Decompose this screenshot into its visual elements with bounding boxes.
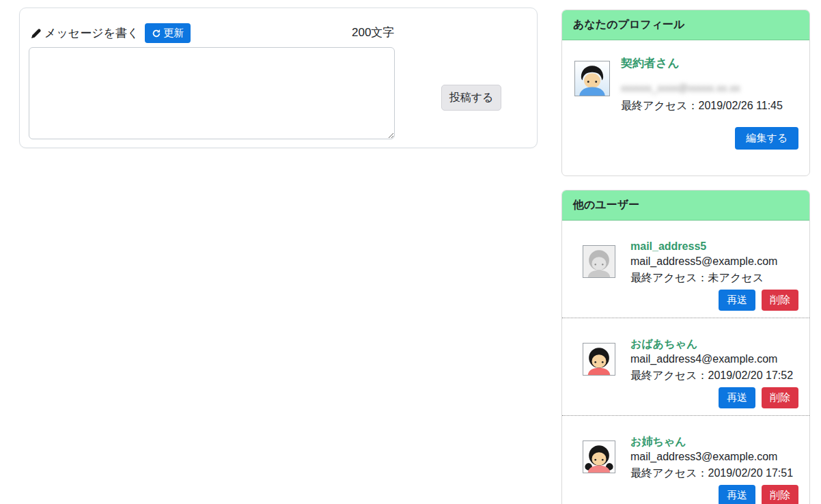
other-users-panel-header: 他のユーザー [562,191,809,221]
avatar-boy-icon [574,61,610,96]
user-row: お姉ちゃん mail_address3@example.com 最終アクセス：2… [562,416,809,504]
avatar-girl-bob-icon [583,343,615,376]
post-button[interactable]: 投稿する [441,85,501,111]
profile-user-name: 契約者さん [621,55,680,71]
avatar-girl-pigtails-icon [583,440,615,473]
resend-button[interactable]: 再送 [719,387,755,408]
user-last-access: 最終アクセス：2019/02/20 17:51 [630,465,798,481]
edit-profile-button[interactable]: 編集する [735,127,798,150]
char-counter: 200文字 [352,25,394,40]
user-row: おばあちゃん mail_address4@example.com 最終アクセス：… [562,318,809,416]
user-email: mail_address3@example.com [630,449,798,465]
user-actions: 再送 削除 [630,290,798,311]
profile-panel: あなたのプロフィール 契約者さん xxxxxx_xxxx@xxxxx.xx.xx… [561,10,810,176]
profile-panel-body: 契約者さん xxxxxx_xxxx@xxxxx.xx.xx 最終アクセス：201… [562,40,809,176]
user-row: mail_address5 mail_address5@example.com … [562,221,809,318]
user-email: mail_address4@example.com [630,351,798,367]
user-last-access: 最終アクセス：未アクセス [630,270,798,286]
resend-button[interactable]: 再送 [719,290,755,311]
other-users-panel: 他のユーザー mail_address5 mail_address5@examp… [561,190,810,504]
avatar-gray-person-icon [583,245,615,278]
message-textarea[interactable] [29,47,395,139]
resend-button[interactable]: 再送 [719,485,755,504]
masked-email: xxxxxx_xxxx@xxxxx.xx.xx [621,82,740,94]
compose-title: メッセージを書く [44,25,139,41]
refresh-button-label: 更新 [163,27,184,40]
refresh-button[interactable]: 更新 [145,23,191,43]
user-name: mail_address5 [630,240,798,253]
delete-button[interactable]: 削除 [762,485,798,504]
user-last-access: 最終アクセス：2019/02/20 17:52 [630,367,798,384]
pencil-icon [31,28,42,38]
user-info: mail_address5 mail_address5@example.com … [630,240,798,311]
compose-header: メッセージを書く 更新 [31,23,191,44]
profile-panel-header: あなたのプロフィール [562,10,809,40]
user-name: お姉ちゃん [630,435,798,449]
user-email: mail_address5@example.com [630,253,798,270]
user-info: おばあちゃん mail_address4@example.com 最終アクセス：… [630,337,798,408]
delete-button[interactable]: 削除 [762,290,798,311]
user-actions: 再送 削除 [630,387,798,408]
profile-last-access: 最終アクセス：2019/02/26 11:45 [621,99,783,113]
delete-button[interactable]: 削除 [762,387,798,408]
refresh-icon [152,29,161,38]
user-actions: 再送 削除 [630,485,798,504]
user-name: おばあちゃん [630,337,798,351]
user-info: お姉ちゃん mail_address3@example.com 最終アクセス：2… [630,435,798,504]
compose-message-card: メッセージを書く 更新 200文字 投稿する [19,8,538,148]
